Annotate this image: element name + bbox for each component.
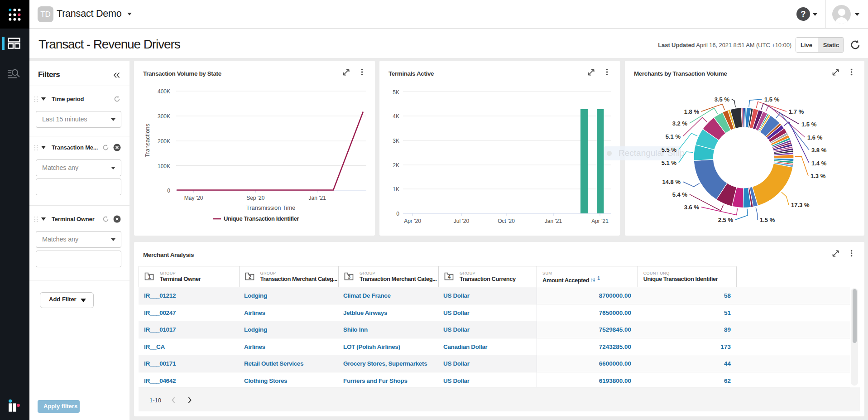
svg-text:Apr '20: Apr '20 xyxy=(404,218,421,224)
svg-text:0: 0 xyxy=(396,211,399,217)
svg-text:Apr '21: Apr '21 xyxy=(591,218,609,224)
svg-text:Unique Transaction Identifier: Unique Transaction Identifier xyxy=(224,215,299,222)
svg-text:5.4 %: 5.4 % xyxy=(672,191,688,198)
svg-text:2: 2 xyxy=(248,274,251,280)
svg-text:3.8 %: 3.8 % xyxy=(811,147,827,154)
svg-text:3.2 %: 3.2 % xyxy=(672,120,688,127)
svg-text:2.5 %: 2.5 % xyxy=(718,217,734,223)
svg-text:May '20: May '20 xyxy=(184,195,203,201)
svg-text:1.6 %: 1.6 % xyxy=(807,134,823,141)
svg-text:Oct '20: Oct '20 xyxy=(498,218,515,224)
svg-text:1: 1 xyxy=(148,274,151,280)
svg-text:1.7 %: 1.7 % xyxy=(789,108,804,115)
svg-text:5.5 %: 5.5 % xyxy=(662,146,677,153)
svg-text:2K: 2K xyxy=(393,162,399,169)
svg-text:17.3 %: 17.3 % xyxy=(791,202,810,208)
svg-text:14.8 %: 14.8 % xyxy=(662,179,681,185)
svg-text:1.5 %: 1.5 % xyxy=(801,121,817,128)
svg-text:3: 3 xyxy=(348,274,350,280)
svg-text:3.6 %: 3.6 % xyxy=(684,204,700,211)
svg-text:5K: 5K xyxy=(393,89,399,96)
svg-text:Transmission Time: Transmission Time xyxy=(246,204,296,211)
svg-text:3.5 %: 3.5 % xyxy=(715,96,730,103)
svg-text:0: 0 xyxy=(167,188,170,194)
svg-text:200K: 200K xyxy=(158,138,170,145)
svg-text:4: 4 xyxy=(448,274,451,280)
svg-text:1K: 1K xyxy=(393,186,399,193)
svg-text:5.1 %: 5.1 % xyxy=(666,133,681,140)
svg-text:4K: 4K xyxy=(393,113,399,120)
svg-text:5.1 %: 5.1 % xyxy=(662,159,677,166)
svg-text:Jan '21: Jan '21 xyxy=(309,195,326,201)
svg-text:1.8 %: 1.8 % xyxy=(684,108,700,115)
svg-text:300K: 300K xyxy=(158,113,170,120)
svg-text:1.5 %: 1.5 % xyxy=(760,217,775,223)
svg-text:1.3 %: 1.3 % xyxy=(810,173,826,179)
svg-text:400K: 400K xyxy=(158,88,170,95)
svg-text:1.4 %: 1.4 % xyxy=(811,160,827,167)
svg-text:100K: 100K xyxy=(158,163,170,169)
svg-text:3K: 3K xyxy=(393,138,399,144)
svg-text:Sep '20: Sep '20 xyxy=(246,195,265,201)
svg-text:Jul '20: Jul '20 xyxy=(454,218,470,224)
svg-text:Jan '21: Jan '21 xyxy=(545,218,562,224)
svg-text:Transactions: Transactions xyxy=(144,124,151,157)
svg-text:1.5 %: 1.5 % xyxy=(764,96,780,103)
